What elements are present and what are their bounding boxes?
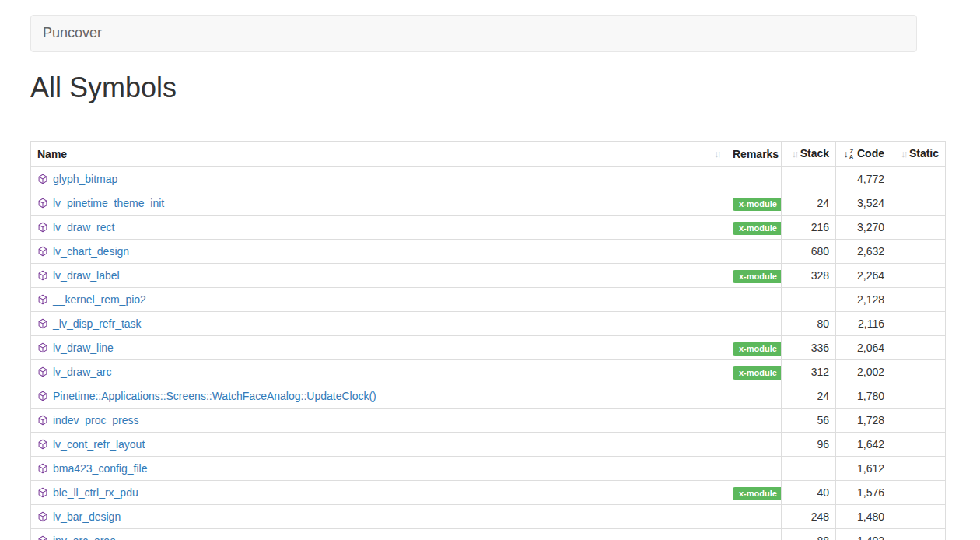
symbol-link[interactable]: indev_proc_press xyxy=(53,414,139,426)
table-row: Pinetime::Applications::Screens::WatchFa… xyxy=(31,384,946,409)
code-cell: 1,612 xyxy=(836,457,891,481)
column-header-code[interactable]: ↓zaCode xyxy=(836,142,891,167)
code-cell: 3,524 xyxy=(836,191,891,216)
symbol-link[interactable]: lv_draw_arc xyxy=(53,366,111,378)
sort-icon: ↓↑ xyxy=(792,146,797,162)
column-label-name: Name xyxy=(37,146,67,162)
name-cell: lv_cont_refr_layout xyxy=(31,433,726,457)
table-row: bma423_config_file 1,612 xyxy=(31,457,946,481)
table-row: lv_draw_arc x-module 312 2,002 xyxy=(31,360,946,384)
symbol-link[interactable]: Pinetime::Applications::Screens::WatchFa… xyxy=(53,390,376,402)
table-row: inv_arc_area 88 1,402 xyxy=(31,529,946,540)
static-cell xyxy=(891,336,946,360)
column-label-stack: Stack xyxy=(800,147,829,160)
static-cell xyxy=(891,264,946,288)
cube-icon xyxy=(37,317,48,328)
symbol-link[interactable]: lv_cont_refr_layout xyxy=(53,438,145,451)
x-module-badge: x-module xyxy=(733,342,782,356)
table-row: lv_bar_design 248 1,480 xyxy=(31,505,946,529)
table-row: lv_pinetime_theme_init x-module 24 3,524 xyxy=(31,191,946,216)
table-row: lv_draw_line x-module 336 2,064 xyxy=(31,336,946,360)
cube-icon xyxy=(37,414,48,425)
code-cell: 2,002 xyxy=(836,360,891,384)
symbols-table: Name ↓↑ Remarks ↓↑Stack ↓zaCode ↓↑Static xyxy=(30,141,946,540)
table-row: lv_chart_design 680 2,632 xyxy=(31,240,946,264)
table-row: lv_cont_refr_layout 96 1,642 xyxy=(31,433,946,457)
remarks-cell xyxy=(726,288,782,312)
cube-icon xyxy=(37,293,48,304)
symbol-link[interactable]: __kernel_rem_pio2 xyxy=(53,293,146,306)
symbol-link[interactable]: ble_ll_ctrl_rx_pdu xyxy=(53,486,138,499)
column-header-name[interactable]: Name ↓↑ xyxy=(31,142,726,167)
cube-icon xyxy=(37,486,48,497)
column-header-remarks[interactable]: Remarks xyxy=(726,142,782,167)
sort-icon: ↓↑ xyxy=(901,146,906,162)
cube-icon xyxy=(37,438,48,449)
symbol-link[interactable]: lv_draw_rect xyxy=(53,221,114,233)
name-cell: glyph_bitmap xyxy=(31,167,726,191)
code-cell: 3,270 xyxy=(836,216,891,240)
code-cell: 1,480 xyxy=(836,505,891,529)
symbol-link[interactable]: inv_arc_area xyxy=(53,535,116,540)
column-header-static[interactable]: ↓↑Static xyxy=(891,142,946,167)
navbar-brand-link[interactable]: Puncover xyxy=(31,23,114,44)
static-cell xyxy=(891,505,946,529)
navbar: Puncover xyxy=(30,15,917,52)
stack-cell: 336 xyxy=(782,336,836,360)
code-cell: 2,116 xyxy=(836,312,891,336)
name-cell: lv_bar_design xyxy=(31,505,726,529)
cube-icon xyxy=(37,390,48,401)
stack-cell: 680 xyxy=(782,240,836,264)
table-row: lv_draw_rect x-module 216 3,270 xyxy=(31,216,946,240)
name-cell: lv_draw_rect xyxy=(31,216,726,240)
remarks-cell xyxy=(726,529,782,540)
symbol-link[interactable]: bma423_config_file xyxy=(53,462,147,475)
code-cell: 1,728 xyxy=(836,409,891,433)
symbol-link[interactable]: lv_pinetime_theme_init xyxy=(53,197,164,209)
table-row: _lv_disp_refr_task 80 2,116 xyxy=(31,312,946,336)
remarks-cell: x-module xyxy=(726,264,782,288)
remarks-cell xyxy=(726,384,782,409)
name-cell: lv_chart_design xyxy=(31,240,726,264)
remarks-cell xyxy=(726,457,782,481)
name-cell: __kernel_rem_pio2 xyxy=(31,288,726,312)
cube-icon xyxy=(37,462,48,473)
code-cell: 2,264 xyxy=(836,264,891,288)
code-cell: 2,128 xyxy=(836,288,891,312)
x-module-badge: x-module xyxy=(733,270,782,283)
remarks-cell xyxy=(726,505,782,529)
table-header-row: Name ↓↑ Remarks ↓↑Stack ↓zaCode ↓↑Static xyxy=(31,142,946,167)
remarks-cell: x-module xyxy=(726,216,782,240)
name-cell: lv_draw_arc xyxy=(31,360,726,384)
static-cell xyxy=(891,216,946,240)
column-header-stack[interactable]: ↓↑Stack xyxy=(782,142,836,167)
cube-icon xyxy=(37,535,48,540)
remarks-cell xyxy=(726,312,782,336)
symbol-link[interactable]: lv_draw_label xyxy=(53,269,120,282)
name-cell: bma423_config_file xyxy=(31,457,726,481)
static-cell xyxy=(891,481,946,505)
table-row: indev_proc_press 56 1,728 xyxy=(31,409,946,433)
remarks-cell: x-module xyxy=(726,481,782,505)
stack-cell: 312 xyxy=(782,360,836,384)
x-module-badge: x-module xyxy=(733,487,782,500)
name-cell: Pinetime::Applications::Screens::WatchFa… xyxy=(31,384,726,409)
symbol-link[interactable]: glyph_bitmap xyxy=(53,173,117,185)
symbol-link[interactable]: lv_chart_design xyxy=(53,245,129,258)
stack-cell xyxy=(782,288,836,312)
code-cell: 4,772 xyxy=(836,167,891,191)
stack-cell xyxy=(782,167,836,191)
symbol-link[interactable]: lv_draw_line xyxy=(53,342,114,354)
code-cell: 1,780 xyxy=(836,384,891,409)
remarks-cell xyxy=(726,167,782,191)
x-module-badge: x-module xyxy=(733,222,782,235)
column-label-remarks: Remarks xyxy=(733,148,779,160)
symbol-link[interactable]: _lv_disp_refr_task xyxy=(53,317,142,330)
stack-cell: 88 xyxy=(782,529,836,540)
code-cell: 2,632 xyxy=(836,240,891,264)
cube-icon xyxy=(37,366,48,377)
static-cell xyxy=(891,529,946,540)
cube-icon xyxy=(37,510,48,521)
symbol-link[interactable]: lv_bar_design xyxy=(53,510,121,523)
stack-cell: 96 xyxy=(782,433,836,457)
